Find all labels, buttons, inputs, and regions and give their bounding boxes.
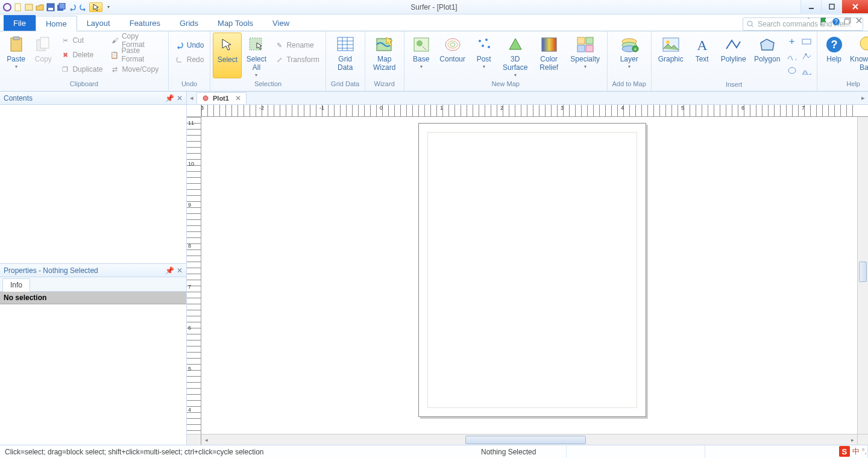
- mdi-close-icon[interactable]: [856, 17, 864, 26]
- redo-button[interactable]: Redo: [172, 53, 207, 66]
- select-tool-button[interactable]: Select: [213, 33, 242, 78]
- properties-pane: Properties - Nothing Selected 📌✕ Info No…: [0, 264, 186, 445]
- tab-layout[interactable]: Layout: [77, 15, 120, 31]
- save-icon[interactable]: [46, 2, 55, 12]
- griddata-button[interactable]: GridData: [329, 33, 362, 78]
- new-icon[interactable]: [13, 2, 23, 12]
- document-tabs: ◂ Plot1 ✕ ▸: [187, 92, 868, 105]
- open-icon[interactable]: [35, 2, 45, 12]
- undo-button[interactable]: Undo: [172, 39, 207, 52]
- properties-body[interactable]: [0, 304, 186, 445]
- horizontal-scrollbar[interactable]: ◂ ▸: [201, 434, 857, 445]
- svg-point-27: [479, 40, 481, 42]
- undo-icon[interactable]: [68, 2, 77, 12]
- ellipse-icon[interactable]: [787, 65, 797, 76]
- vertical-ruler[interactable]: 1110987654: [187, 117, 201, 434]
- doc-tab-plot1[interactable]: Plot1 ✕: [197, 92, 247, 104]
- flag-icon[interactable]: [820, 17, 828, 26]
- paste-button[interactable]: Paste: [2, 33, 30, 78]
- ime-s-icon[interactable]: S: [839, 446, 850, 457]
- close-pane-icon[interactable]: ✕: [177, 266, 183, 275]
- polygon-button[interactable]: Polygon: [750, 33, 784, 78]
- svg-point-0: [4, 4, 11, 11]
- copyformat-button[interactable]: 🖌Copy Format: [107, 34, 164, 47]
- status-hint: Click=select; drag=block select; shift+c…: [0, 445, 476, 458]
- doc-tab-next[interactable]: ▸: [858, 94, 868, 102]
- redo-icon2: [175, 55, 184, 64]
- cut-button[interactable]: ✂Cut: [58, 34, 105, 47]
- close-pane-icon[interactable]: ✕: [177, 94, 183, 102]
- graphic-button[interactable]: Graphic: [654, 33, 688, 78]
- vertical-scrollbar[interactable]: [857, 117, 868, 434]
- svg-point-25: [448, 41, 458, 48]
- delete-button[interactable]: ✖Delete: [58, 48, 105, 61]
- qat-more-icon[interactable]: ▾: [104, 2, 113, 12]
- pin-icon[interactable]: 📌: [165, 266, 174, 275]
- redo-icon[interactable]: [78, 2, 88, 12]
- minimize-button[interactable]: [800, 0, 821, 13]
- movecopy-button[interactable]: ⇄Move/Copy: [107, 63, 164, 76]
- text-button[interactable]: AText: [688, 33, 717, 78]
- ime-lang[interactable]: 中: [852, 447, 860, 457]
- close-doc-icon[interactable]: ✕: [235, 94, 241, 102]
- mapwizard-button[interactable]: MapWizard: [368, 33, 401, 78]
- specialty-button[interactable]: Specialty: [566, 33, 605, 78]
- svg-rect-45: [802, 39, 811, 44]
- svg-rect-36: [586, 45, 593, 52]
- svg-point-28: [485, 39, 488, 41]
- plus-icon[interactable]: +: [787, 36, 797, 47]
- help-small-icon[interactable]: ?: [832, 17, 840, 26]
- tab-grids[interactable]: Grids: [170, 15, 208, 31]
- hscroll-right[interactable]: ▸: [848, 437, 857, 443]
- pin-icon[interactable]: 📌: [165, 94, 174, 102]
- ribbon: Paste Copy ✂Cut ✖Delete ❐Duplicate 🖌Copy…: [0, 31, 868, 92]
- ime-punct-icon[interactable]: °,: [862, 447, 867, 456]
- svg-point-30: [488, 46, 490, 48]
- range-icon[interactable]: [801, 36, 812, 47]
- app-icon[interactable]: [2, 2, 12, 12]
- hscroll-left[interactable]: ◂: [201, 437, 211, 443]
- base-button[interactable]: Base: [407, 33, 436, 78]
- reshape-icon[interactable]: [801, 51, 812, 61]
- ribbon-tabs: File Home Layout Features Grids Map Tool…: [0, 14, 868, 31]
- knowledgebase-button[interactable]: ?KnowledgeBase: [849, 33, 868, 78]
- plot-canvas[interactable]: [201, 117, 857, 434]
- selectall-button[interactable]: SelectAll: [242, 33, 271, 78]
- new-ws-icon[interactable]: [24, 2, 34, 12]
- horizontal-ruler[interactable]: -3-2-1012345678910111213: [201, 105, 857, 117]
- rename-button[interactable]: ✎Rename: [272, 39, 321, 52]
- tab-maptools[interactable]: Map Tools: [208, 15, 263, 31]
- insert-extras: +: [784, 33, 814, 80]
- pointer-icon[interactable]: [89, 2, 102, 12]
- saveall-icon[interactable]: [57, 2, 66, 12]
- mdi-restore-icon[interactable]: [844, 17, 852, 26]
- transform-button[interactable]: ⤢Transform: [272, 53, 321, 66]
- contour-button[interactable]: Contour: [436, 33, 470, 78]
- splinearea-icon[interactable]: [801, 65, 812, 76]
- polyline-button[interactable]: Polyline: [717, 33, 750, 78]
- contents-body[interactable]: [0, 105, 186, 264]
- doc-tab-prev[interactable]: ◂: [187, 94, 197, 102]
- svg-rect-33: [577, 37, 585, 44]
- hscroll-thumb[interactable]: [465, 436, 586, 444]
- copy-button[interactable]: Copy: [30, 33, 57, 78]
- pasteformat-button[interactable]: 📋Paste Format: [107, 48, 164, 61]
- ribbon-collapse-icon[interactable]: ˆ: [808, 17, 816, 26]
- spline-icon[interactable]: [787, 51, 797, 61]
- vscroll-thumb[interactable]: [859, 262, 867, 282]
- tab-info[interactable]: Info: [2, 278, 30, 292]
- svg-rect-14: [844, 19, 849, 24]
- tab-file[interactable]: File: [4, 15, 36, 31]
- maximize-button[interactable]: [821, 0, 841, 13]
- duplicate-button[interactable]: ❐Duplicate: [58, 63, 105, 76]
- tab-features[interactable]: Features: [120, 15, 170, 31]
- tab-home[interactable]: Home: [36, 16, 77, 31]
- tab-view[interactable]: View: [263, 15, 299, 31]
- layer-button[interactable]: +Layer: [610, 33, 649, 78]
- help-button[interactable]: ?Help: [820, 33, 849, 78]
- colorrelief-button[interactable]: ColorRelief: [532, 33, 566, 78]
- post-button[interactable]: Post: [470, 33, 498, 78]
- 3dsurface-button[interactable]: 3DSurface: [498, 33, 532, 78]
- close-button[interactable]: [841, 0, 868, 13]
- pasteformat-icon: 📋: [110, 50, 119, 60]
